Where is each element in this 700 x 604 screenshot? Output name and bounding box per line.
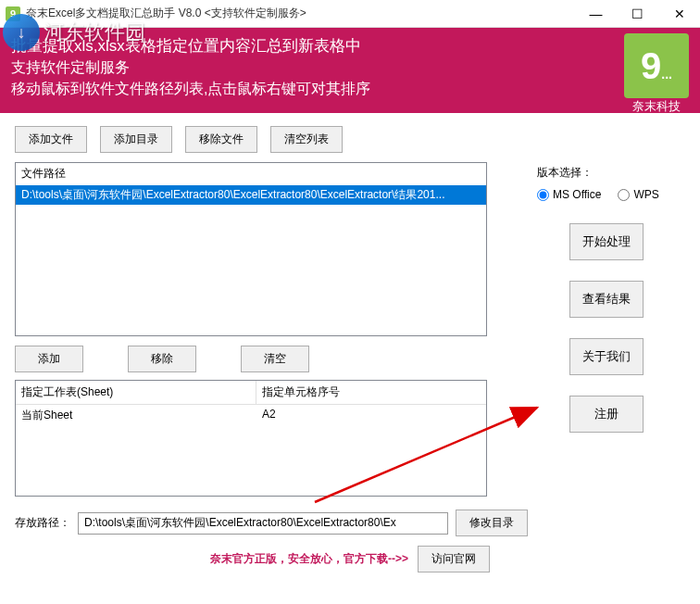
sheet-col1-header: 指定工作表(Sheet) bbox=[16, 381, 256, 404]
file-toolbar: 添加文件 添加目录 移除文件 清空列表 bbox=[15, 126, 487, 153]
close-button[interactable]: ✕ bbox=[658, 0, 700, 27]
table-row[interactable]: 当前Sheet A2 bbox=[16, 405, 486, 426]
view-result-button[interactable]: 查看结果 bbox=[569, 281, 644, 318]
ms-office-radio[interactable]: MS Office bbox=[537, 188, 601, 201]
sheet-cell: 当前Sheet bbox=[16, 405, 256, 426]
visit-official-button[interactable]: 访问官网 bbox=[418, 546, 490, 573]
banner-line2: 支持软件定制服务 bbox=[11, 58, 689, 78]
sheet-add-button[interactable]: 添加 bbox=[15, 346, 83, 372]
version-label: 版本选择： bbox=[537, 165, 676, 181]
brand-logo: 9... 奈末科技 bbox=[624, 33, 689, 98]
file-list-header: 文件路径 bbox=[16, 163, 486, 185]
cell-range: A2 bbox=[256, 405, 281, 426]
version-radio-group: MS Office WPS bbox=[537, 188, 676, 201]
add-file-button[interactable]: 添加文件 bbox=[15, 126, 87, 153]
sheet-table[interactable]: 指定工作表(Sheet) 指定单元格序号 当前Sheet A2 bbox=[15, 380, 487, 497]
sheet-clear-button[interactable]: 清空 bbox=[241, 346, 309, 372]
save-path-label: 存放路径： bbox=[15, 515, 70, 531]
brand-logo-9: 9... bbox=[641, 47, 672, 84]
content-area: 添加文件 添加目录 移除文件 清空列表 文件路径 D:\tools\桌面\河东软… bbox=[0, 113, 700, 580]
add-dir-button[interactable]: 添加目录 bbox=[100, 126, 172, 153]
sheet-col2-header: 指定单元格序号 bbox=[256, 381, 345, 404]
titlebar: 奈末Excel多文档提取汇总助手 V8.0 <支持软件定制服务> — ☐ ✕ bbox=[0, 0, 700, 28]
banner-line1: 批量提取xls,xlsx表格指定位置内容汇总到新表格中 bbox=[11, 35, 689, 57]
right-panel: 版本选择： MS Office WPS 开始处理 查看结果 关于我们 注册 bbox=[537, 165, 676, 453]
save-path-input[interactable] bbox=[78, 512, 448, 535]
start-process-button[interactable]: 开始处理 bbox=[569, 223, 644, 260]
footer: 奈末官方正版，安全放心，官方下载-->> 访问官网 bbox=[15, 546, 685, 573]
window-title: 奈末Excel多文档提取汇总助手 V8.0 <支持软件定制服务> bbox=[26, 6, 575, 21]
sheet-toolbar: 添加 移除 清空 bbox=[15, 346, 487, 372]
banner: 批量提取xls,xlsx表格指定位置内容汇总到新表格中 支持软件定制服务 移动鼠… bbox=[0, 28, 700, 113]
window-controls: — ☐ ✕ bbox=[575, 0, 700, 27]
modify-dir-button[interactable]: 修改目录 bbox=[456, 510, 528, 536]
sheet-remove-button[interactable]: 移除 bbox=[128, 346, 196, 372]
sheet-table-header: 指定工作表(Sheet) 指定单元格序号 bbox=[16, 381, 486, 405]
register-button[interactable]: 注册 bbox=[569, 396, 644, 433]
minimize-button[interactable]: — bbox=[575, 0, 617, 27]
banner-line3: 移动鼠标到软件文件路径列表,点击鼠标右键可对其排序 bbox=[11, 80, 689, 99]
clear-list-button[interactable]: 清空列表 bbox=[270, 126, 343, 153]
file-list[interactable]: 文件路径 D:\tools\桌面\河东软件园\ExcelExtractor80\… bbox=[15, 162, 487, 336]
about-button[interactable]: 关于我们 bbox=[569, 338, 644, 375]
maximize-button[interactable]: ☐ bbox=[617, 0, 658, 27]
save-path-row: 存放路径： 修改目录 bbox=[15, 510, 685, 536]
file-list-item[interactable]: D:\tools\桌面\河东软件园\ExcelExtractor80\Excel… bbox=[16, 185, 486, 205]
wps-radio[interactable]: WPS bbox=[618, 188, 658, 201]
footer-text: 奈末官方正版，安全放心，官方下载-->> bbox=[210, 551, 408, 567]
remove-file-button[interactable]: 移除文件 bbox=[185, 126, 257, 153]
app-icon bbox=[6, 6, 20, 21]
